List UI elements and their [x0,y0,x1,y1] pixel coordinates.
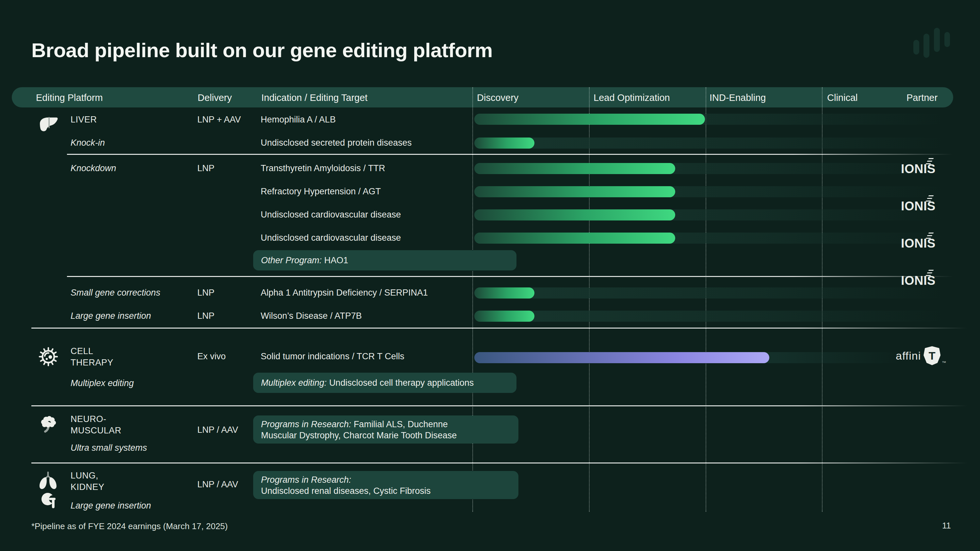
stage-gridline-lead-optimization [589,87,590,512]
delivery-lnp-aav-neuro: LNP / AAV [197,425,238,435]
pipeline-bar [474,352,902,363]
column-header-ind-enabling: IND-Enabling [710,92,766,103]
other-program-prefix: Other Program: [261,256,322,265]
column-header-partner: Partner [907,92,937,103]
column-header-discovery: Discovery [477,92,519,103]
platform-small-gene-label: Small gene corrections [70,288,161,298]
trademark-symbol: ™ [942,360,946,365]
waveform-bar-icon [934,28,940,52]
indication-secreted: Undisclosed secreted protein diseases [261,138,412,148]
pipeline-bar [474,138,944,149]
column-header-indication: Indication / Editing Target [261,92,368,103]
delivery-lnp: LNP [197,163,215,173]
other-program-pill: Other Program: HAO1 [253,250,517,270]
affini-logo-text: affini [896,349,921,362]
column-header-editing-platform: Editing Platform [36,92,103,103]
stage-gridline-clinical [822,87,822,512]
pipeline-bar [474,163,944,174]
neuro-pill-line2: Muscular Dystrophy, Charcot Marie Tooth … [261,430,511,441]
delivery-lnp-aav: LNP + AAV [197,114,241,125]
platform-neuro-label: NEURO- MUSCULAR [70,413,121,437]
neuro-pill-line1: Familial ALS, Duchenne [354,419,448,429]
ionis-logo: IONIS [901,237,980,251]
pipeline-bar [474,114,944,125]
neuro-research-pill: Programs in Research: Familial ALS, Duch… [253,416,519,443]
stage-gridline-ind-enabling [706,87,706,512]
pipeline-bar [474,186,944,197]
stage-gridline-discovery [473,87,473,512]
indication-agt: Refractory Hypertension / AGT [261,186,381,197]
ionis-logo: IONIS [901,162,980,176]
multiplex-pill-prefix: Multiplex editing: [261,378,327,388]
cell-therapy-icon [38,346,59,368]
waveform-bar-icon [944,32,950,47]
platform-knockdown-label: Knockdown [70,163,116,173]
other-program-value: HAO1 [325,256,348,265]
delivery-lnp: LNP [197,311,215,321]
multiplex-pill-value: Undisclosed cell therapy applications [329,378,474,388]
platform-ultra-small-label: Ultra small systems [70,443,147,453]
platform-lung-kidney-label: LUNG, KIDNEY [70,470,105,493]
platform-knock-in-label: Knock-in [70,138,105,148]
multiplex-pill: Multiplex editing: Undisclosed cell ther… [253,373,517,393]
indication-cardio-1: Undisclosed cardiovascular disease [261,210,401,220]
column-header-lead-optimization: Lead Optimization [593,92,670,103]
separator-line [67,276,953,277]
ionis-logo: IONIS [901,274,980,288]
slide: Broad pipeline built on our gene editing… [0,0,980,551]
page-title: Broad pipeline built on our gene editing… [31,38,493,62]
column-header-clinical: Clinical [827,92,858,103]
delivery-lnp-aav-lung: LNP / AAV [197,480,238,490]
section-separator-line [31,327,967,329]
page-number: 11 [942,521,951,531]
pipeline-bar [474,233,944,244]
section-separator-line [31,405,967,406]
pipeline-bar [474,311,944,322]
ionis-logo: IONIS [901,199,980,213]
delivery-ex-vivo: Ex vivo [197,351,226,362]
indication-serpina1: Alpha 1 Antitrypsin Deficiency / SERPINA… [261,288,428,298]
lung-pill-value: Undisclosed renal diseases, Cystic Fibro… [261,485,511,497]
indication-hemophilia: Hemophilia A / ALB [261,114,336,125]
waveform-bar-icon [923,33,929,58]
pipeline-bar [474,287,944,299]
company-waveform-logo [912,26,954,62]
platform-large-gene-label: Large gene insertion [70,311,151,321]
waveform-bar-icon [913,40,919,54]
separator-line [67,154,953,155]
affini-t-logo: affini T ™ [896,346,946,365]
lungs-icon [38,471,58,492]
lung-pill-prefix: Programs in Research: [261,474,511,485]
platform-cell-therapy-label: CELL THERAPY [70,346,113,368]
indication-atp7b: Wilson’s Disease / ATP7B [261,311,362,321]
indication-cardio-2: Undisclosed cardiovascular disease [261,233,401,243]
section-separator-line [31,462,967,464]
delivery-lnp: LNP [197,288,215,298]
indication-tcr: Solid tumor indications / TCR T Cells [261,351,404,362]
indication-ttr: Transthyretin Amyloidosis / TTR [261,163,385,173]
affini-t-shield-icon: T [923,346,940,365]
kidney-icon [41,492,56,511]
pipeline-bar [474,210,944,221]
brain-icon [39,415,58,435]
platform-liver-label: LIVER [70,114,97,125]
lung-research-pill: Programs in Research: Undisclosed renal … [253,471,519,499]
liver-icon [38,116,59,134]
column-header-delivery: Delivery [197,92,232,103]
neuro-pill-prefix: Programs in Research: [261,419,351,429]
platform-large-gene-label-2: Large gene insertion [70,501,151,511]
footnote: *Pipeline as of FYE 2024 earnings (March… [31,521,228,531]
platform-multiplex-label: Multiplex editing [70,378,134,388]
